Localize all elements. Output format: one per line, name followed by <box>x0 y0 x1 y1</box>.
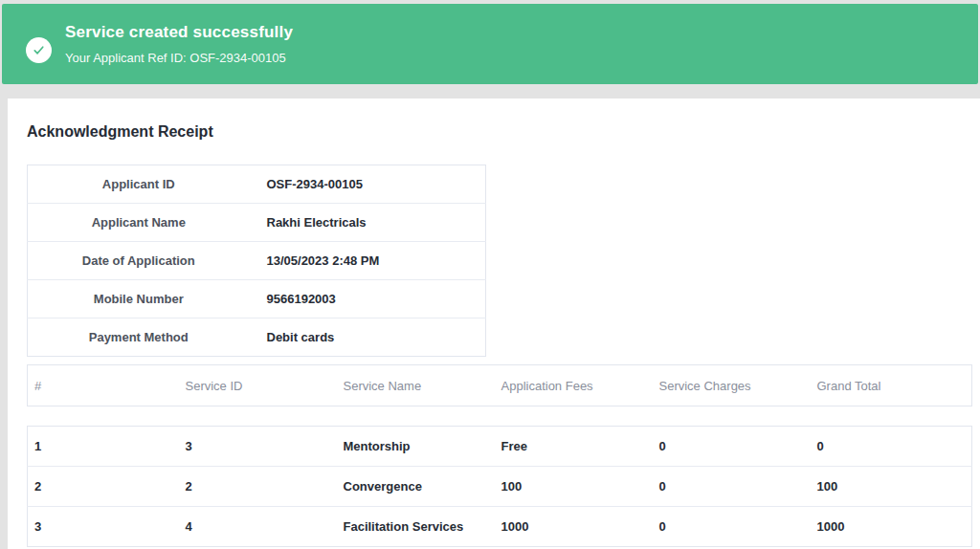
cell-application-fees: 100 <box>495 467 653 507</box>
col-header-num: # <box>28 365 179 406</box>
detail-label: Applicant ID <box>28 165 250 204</box>
col-header-grand-total: Grand Total <box>811 365 972 406</box>
cell-service-name: Facilitation Services <box>337 507 495 547</box>
cell-num: 3 <box>28 507 179 547</box>
detail-value: 13/05/2023 2:48 PM <box>250 242 486 280</box>
banner-ref-id: Your Applicant Ref ID: OSF-2934-00105 <box>65 51 293 65</box>
cell-application-fees: Free <box>495 427 653 467</box>
cell-service-name: Convergence <box>337 467 495 507</box>
page-title: Acknowledgment Receipt <box>27 123 972 141</box>
service-row: 1 3 Mentorship Free 0 0 <box>28 427 972 467</box>
cell-grand-total: 1000 <box>811 507 972 547</box>
detail-label: Payment Method <box>28 318 250 357</box>
col-header-service-id: Service ID <box>179 365 337 406</box>
detail-row: Applicant Name Rakhi Electricals <box>28 204 486 242</box>
cell-grand-total: 0 <box>811 427 972 467</box>
cell-service-id: 4 <box>179 507 337 547</box>
detail-label: Applicant Name <box>28 204 250 242</box>
cell-num: 1 <box>28 427 179 467</box>
cell-service-name: Mentorship <box>337 427 495 467</box>
cell-service-charges: 0 <box>653 427 811 467</box>
detail-row: Applicant ID OSF-2934-00105 <box>28 165 486 204</box>
cell-service-id: 2 <box>179 467 337 507</box>
services-header-table: # Service ID Service Name Application Fe… <box>27 364 972 406</box>
services-header-row: # Service ID Service Name Application Fe… <box>28 365 972 406</box>
col-header-application-fees: Application Fees <box>495 365 653 406</box>
detail-row: Mobile Number 9566192003 <box>28 280 486 318</box>
banner-text: Service created successfully Your Applic… <box>65 23 293 65</box>
service-row: 3 4 Facilitation Services 1000 0 1000 <box>28 507 972 547</box>
cell-grand-total: 100 <box>811 467 972 507</box>
detail-value: OSF-2934-00105 <box>250 165 486 204</box>
cell-service-charges: 0 <box>653 507 811 547</box>
services-table: 1 3 Mentorship Free 0 0 2 2 Convergence … <box>27 426 972 547</box>
detail-value: Debit cards <box>250 318 486 357</box>
cell-num: 2 <box>28 467 179 507</box>
banner-title: Service created successfully <box>65 23 293 42</box>
detail-row: Payment Method Debit cards <box>28 318 486 357</box>
success-banner: Service created successfully Your Applic… <box>2 4 978 84</box>
detail-value: Rakhi Electricals <box>250 204 486 242</box>
check-circle-icon <box>26 37 52 63</box>
cell-service-id: 3 <box>179 427 337 467</box>
detail-label: Date of Application <box>28 242 250 280</box>
detail-row: Date of Application 13/05/2023 2:48 PM <box>28 242 486 280</box>
cell-service-charges: 0 <box>653 467 811 507</box>
applicant-details-table: Applicant ID OSF-2934-00105 Applicant Na… <box>27 165 486 357</box>
service-row: 2 2 Convergence 100 0 100 <box>28 467 972 507</box>
col-header-service-name: Service Name <box>337 365 495 406</box>
col-header-service-charges: Service Charges <box>653 365 811 406</box>
detail-value: 9566192003 <box>250 280 486 318</box>
cell-application-fees: 1000 <box>495 507 653 547</box>
detail-label: Mobile Number <box>28 280 250 318</box>
receipt-card: Acknowledgment Receipt Applicant ID OSF-… <box>8 99 980 549</box>
